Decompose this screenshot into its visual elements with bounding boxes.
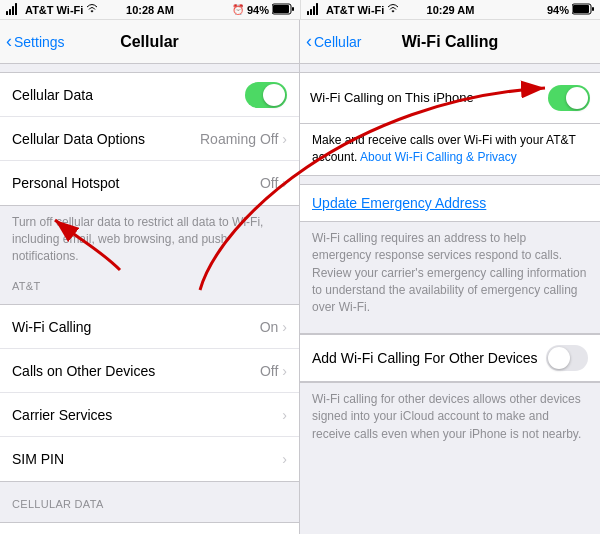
cellular-data-section-header: CELLULAR DATA [0, 490, 299, 514]
svg-rect-13 [592, 7, 594, 11]
add-wifi-calling-row[interactable]: Add Wi-Fi Calling For Other Devices [300, 334, 600, 382]
cellular-data-toggle[interactable] [245, 82, 287, 108]
left-status-bar: AT&T Wi-Fi 10:28 AM ⏰ 94% [0, 0, 300, 20]
battery-icon-left [272, 3, 294, 17]
wifi-calling-value: On › [260, 319, 287, 335]
cellular-data-section: Cellular Data Cellular Data Options Roam… [0, 72, 299, 206]
left-back-label[interactable]: Settings [14, 34, 65, 50]
personal-hotspot-value: Off › [260, 175, 287, 191]
left-carrier-text: AT&T Wi-Fi [25, 4, 83, 16]
svg-rect-10 [316, 3, 318, 15]
right-nav-title: Wi-Fi Calling [402, 33, 499, 51]
wifi-calling-this-iphone-label: Wi-Fi Calling on This iPhone [310, 90, 548, 107]
svg-rect-2 [12, 6, 14, 15]
signal-icon-right [307, 3, 323, 17]
carrier-services-label: Carrier Services [12, 407, 112, 423]
status-bars: AT&T Wi-Fi 10:28 AM ⏰ 94% [0, 0, 600, 20]
svg-rect-7 [307, 11, 309, 15]
hotspot-status: Off [260, 175, 278, 191]
wifi-calling-label: Wi-Fi Calling [12, 319, 91, 335]
roaming-status: Roaming Off [200, 131, 278, 147]
icloud-info-text: Wi-Fi calling for other devices allows o… [300, 383, 600, 451]
chevron-left-icon: ‹ [6, 31, 12, 52]
calls-other-value: Off › [260, 363, 287, 379]
sim-pin-row[interactable]: SIM PIN › [0, 437, 299, 481]
right-back-label[interactable]: Cellular [314, 34, 361, 50]
signal-icon [6, 3, 22, 17]
right-back-button[interactable]: ‹ Cellular [306, 31, 361, 52]
svg-rect-8 [310, 9, 312, 15]
right-carrier: AT&T Wi-Fi [307, 3, 399, 17]
cellular-data-row[interactable]: Cellular Data [0, 73, 299, 117]
add-wifi-toggle[interactable] [546, 345, 588, 371]
att-section: Wi-Fi Calling On › Calls on Other Device… [0, 304, 299, 482]
right-nav-bar: ‹ Cellular Wi-Fi Calling [300, 20, 600, 64]
left-nav-title: Cellular [120, 33, 179, 51]
svg-rect-3 [15, 3, 17, 15]
cellular-data-options-label: Cellular Data Options [12, 131, 145, 147]
emergency-info-text: Wi-Fi calling requires an address to hel… [300, 222, 600, 325]
calls-other-label: Calls on Other Devices [12, 363, 155, 379]
add-wifi-label: Add Wi-Fi Calling For Other Devices [312, 349, 546, 367]
chevron-right-calls: › [282, 363, 287, 379]
chevron-left-icon-right: ‹ [306, 31, 312, 52]
wifi-calling-section: Wi-Fi Calling on This iPhone [300, 72, 600, 124]
cellular-data-value[interactable] [245, 82, 287, 108]
chevron-right-icon2: › [282, 175, 287, 191]
cellular-data-usage-section: Current Period 55.1 GB Current Period Ro… [0, 522, 299, 534]
cellular-info-text: Turn off cellular data to restrict all d… [0, 206, 299, 272]
right-carrier-text: AT&T Wi-Fi [326, 4, 384, 16]
cellular-data-options-value: Roaming Off › [200, 131, 287, 147]
battery-icon-right [572, 3, 594, 17]
cellular-data-label: Cellular Data [12, 87, 93, 103]
calls-other-devices-row[interactable]: Calls on Other Devices Off › [0, 349, 299, 393]
about-wifi-link[interactable]: About Wi-Fi Calling & Privacy [360, 150, 517, 164]
wifi-icon-right [387, 4, 399, 16]
left-back-button[interactable]: ‹ Settings [6, 31, 65, 52]
personal-hotspot-label: Personal Hotspot [12, 175, 119, 191]
left-panel: ‹ Settings Cellular Cellular Data Cellul… [0, 20, 300, 534]
svg-rect-6 [292, 7, 294, 11]
wifi-calling-status: On [260, 319, 279, 335]
chevron-right-carrier: › [282, 407, 287, 423]
right-status-bar: AT&T Wi-Fi 10:29 AM 94% [300, 0, 600, 20]
update-emergency-address-link[interactable]: Update Emergency Address [300, 184, 600, 222]
cellular-data-options-row[interactable]: Cellular Data Options Roaming Off › [0, 117, 299, 161]
svg-rect-12 [573, 5, 589, 13]
add-wifi-section: Add Wi-Fi Calling For Other Devices [300, 333, 600, 383]
carrier-services-row[interactable]: Carrier Services › [0, 393, 299, 437]
svg-rect-1 [9, 9, 11, 15]
wifi-icon-left [86, 4, 98, 16]
left-nav-bar: ‹ Settings Cellular [0, 20, 299, 64]
wifi-calling-toggle-row[interactable]: Wi-Fi Calling on This iPhone [300, 73, 600, 123]
svg-rect-0 [6, 11, 8, 15]
left-battery-text: 94% [247, 4, 269, 16]
wifi-calling-row[interactable]: Wi-Fi Calling On › [0, 305, 299, 349]
current-period-row: Current Period 55.1 GB [0, 523, 299, 534]
wifi-calling-description: Make and receive calls over Wi-Fi with y… [300, 124, 600, 176]
sim-pin-label: SIM PIN [12, 451, 64, 467]
right-panel: ‹ Cellular Wi-Fi Calling Wi-Fi Calling o… [300, 20, 600, 534]
att-section-header: AT&T [0, 272, 299, 296]
wifi-calling-toggle[interactable] [548, 85, 590, 111]
svg-rect-9 [313, 6, 315, 15]
calls-other-status: Off [260, 363, 278, 379]
right-battery-area: 94% [547, 3, 594, 17]
left-carrier: AT&T Wi-Fi [6, 3, 98, 17]
svg-rect-5 [273, 5, 289, 13]
right-battery-text: 94% [547, 4, 569, 16]
right-time: 10:29 AM [427, 4, 475, 16]
carrier-services-value: › [282, 407, 287, 423]
left-time: 10:28 AM [126, 4, 174, 16]
personal-hotspot-row[interactable]: Personal Hotspot Off › [0, 161, 299, 205]
chevron-right-sim: › [282, 451, 287, 467]
alarm-icon: ⏰ [232, 4, 244, 15]
left-battery-area: ⏰ 94% [232, 3, 294, 17]
chevron-right-icon: › [282, 131, 287, 147]
chevron-right-wifi: › [282, 319, 287, 335]
sim-pin-value: › [282, 451, 287, 467]
